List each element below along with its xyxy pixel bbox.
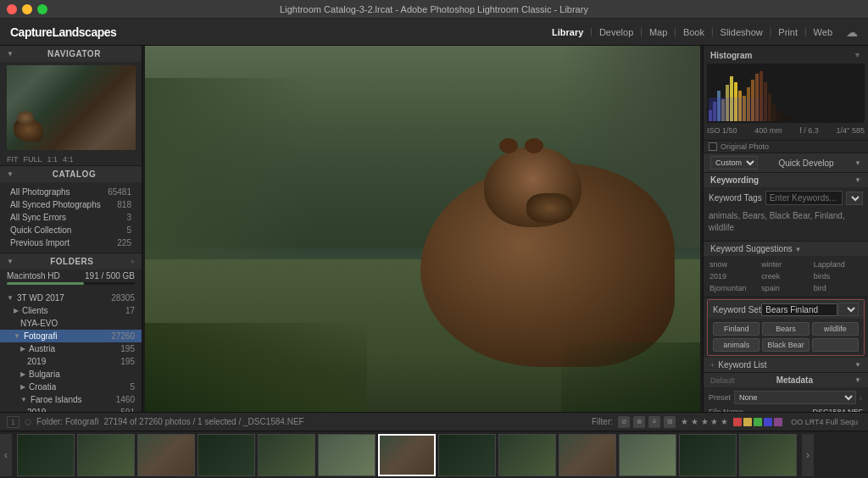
thumb-7-active[interactable] (378, 434, 436, 476)
thumb-9[interactable] (498, 434, 556, 476)
kw-suggestion-bjornuntan[interactable]: Bjornuntan (709, 283, 759, 293)
thumb-8[interactable] (438, 434, 496, 476)
catalog-synced[interactable]: All Synced Photographs 818 (0, 198, 142, 211)
kw-suggestion-birds[interactable]: birds (813, 271, 863, 281)
thumb-4[interactable] (198, 434, 255, 476)
kw-suggestion-creek[interactable]: creek (760, 271, 810, 281)
filmstrip-next[interactable]: › (802, 434, 814, 476)
folder-austria-2019[interactable]: 2019 195 (0, 355, 142, 368)
catalog-previous-import[interactable]: Previous Import 225 (0, 236, 142, 249)
folder-bulgaria[interactable]: ▶ Bulgaria (0, 368, 142, 381)
color-filter-green[interactable] (754, 418, 762, 426)
keyword-set-name[interactable] (761, 303, 837, 316)
thumb-11[interactable] (619, 434, 676, 476)
star-filter[interactable]: ★ ★ ★ ★ ★ (681, 417, 728, 426)
view-mode-arrows[interactable]: ⬡ (25, 418, 31, 426)
thumb-10[interactable] (559, 434, 616, 476)
kset-bears[interactable]: Bears (762, 322, 809, 336)
filmstrip-folder: Folder: Fotografi (36, 417, 98, 426)
nav-book[interactable]: Book (678, 25, 709, 39)
nav-develop[interactable]: Develop (594, 25, 638, 39)
keywording-arrow[interactable]: ▼ (854, 176, 861, 184)
thumb-2[interactable] (77, 434, 135, 476)
filmstrip-left: 1 ⬡ Folder: Fotografi 27194 of 27260 pho… (7, 416, 304, 428)
kw-suggestion-2019[interactable]: 2019 (709, 271, 759, 281)
keywording-header[interactable]: Keywording ▼ (704, 173, 868, 187)
thumb-6[interactable] (318, 434, 376, 476)
keyword-suggestions-header[interactable]: Keyword Suggestions ▼ (704, 242, 868, 256)
thumb-12[interactable] (679, 434, 737, 476)
histogram-display (707, 64, 865, 123)
quick-develop-preset[interactable]: Custom (710, 156, 758, 170)
thumb-13[interactable] (739, 434, 797, 476)
keyword-list-header[interactable]: + Keyword List ▼ (704, 358, 868, 372)
navigator-chevron: ▼ (7, 50, 14, 58)
minimize-button[interactable] (22, 4, 32, 14)
thumb-5[interactable] (258, 434, 315, 476)
folder-fotografi[interactable]: ▼ Fotografi 27260 (0, 330, 142, 342)
catalog-quick-collection[interactable]: Quick Collection 5 (0, 224, 142, 236)
nav-slideshow[interactable]: Slideshow (715, 25, 768, 39)
original-photo-checkbox[interactable] (709, 142, 717, 151)
thumb-3[interactable] (137, 434, 195, 476)
folder-faroe-2019[interactable]: 2019 591 (0, 406, 142, 412)
kw-suggestion-lappland[interactable]: Lappland (813, 259, 863, 270)
catalog-sync-errors[interactable]: All Sync Errors 3 (0, 211, 142, 224)
metadata-preset-select[interactable]: None (734, 391, 855, 404)
quick-develop-header[interactable]: Custom Quick Develop ▼ (704, 153, 868, 172)
keyword-set-select[interactable] (838, 303, 859, 316)
kw-suggestion-spain[interactable]: spain (760, 283, 810, 293)
kw-suggestion-snow[interactable]: snow (709, 259, 759, 270)
filter-icon-1[interactable]: ⊘ (618, 416, 630, 428)
folder-clients[interactable]: ▶ Clients 17 (0, 304, 142, 317)
folder-3twd2017[interactable]: ▼ 3T WD 2017 28305 (0, 292, 142, 304)
filter-icon-4[interactable]: ⊞ (664, 416, 676, 428)
kset-black-bear[interactable]: Black Bear (762, 338, 809, 352)
histogram-info: ISO 1/50 400 mm f / 6.3 1/4'' 585 (707, 125, 865, 136)
keyword-type-select[interactable] (846, 192, 863, 205)
thumb-1[interactable] (17, 434, 75, 476)
filmstrip-prev[interactable]: ‹ (0, 434, 12, 476)
nav-print[interactable]: Print (773, 25, 803, 39)
filmstrip-photo-count: 27194 of 27260 photos / 1 selected / _DS… (103, 417, 303, 426)
maximize-button[interactable] (37, 4, 47, 14)
keyword-tags-input[interactable] (765, 191, 843, 205)
folder-faroe[interactable]: ▼ Faroe Islands 1460 (0, 393, 142, 406)
filter-icon-2[interactable]: ⊗ (633, 416, 645, 428)
histogram-title: Histogram ▼ (707, 49, 865, 62)
catalog-section: ▼ Catalog All Photographs 65481 All Sync… (0, 166, 142, 253)
color-filter-blue[interactable] (764, 418, 772, 426)
keyword-suggestions-grid: snow winter Lappland 2019 creek birds Bj… (704, 256, 868, 297)
metadata-header[interactable]: Default Metadata ▼ (704, 373, 868, 387)
navigator-size-controls[interactable]: FIT FULL 1:1 4:1 (0, 153, 142, 165)
view-mode-1[interactable]: 1 (7, 416, 19, 428)
catalog-header[interactable]: ▼ Catalog (0, 166, 142, 182)
navigator-header[interactable]: ▼ Navigator (0, 46, 142, 62)
traffic-lights[interactable] (7, 4, 47, 14)
kset-empty[interactable] (812, 338, 859, 352)
folder-nya-evo[interactable]: NYA-EVO (0, 317, 142, 330)
nav-library[interactable]: Library (547, 25, 588, 39)
kset-animals[interactable]: animals (713, 338, 760, 352)
quick-develop-arrow[interactable]: ▼ (854, 159, 861, 167)
filter-icon-3[interactable]: ≡ (648, 416, 660, 428)
nav-map[interactable]: Map (644, 25, 672, 39)
cloud-icon[interactable]: ☁ (846, 25, 858, 39)
color-filter-red[interactable] (733, 418, 742, 426)
folder-croatia[interactable]: ▶ Croatia 5 (0, 381, 142, 393)
folders-header[interactable]: ▼ Folders + (0, 253, 142, 270)
kset-wildlife[interactable]: wildlife (812, 322, 859, 336)
catalog-all-photos[interactable]: All Photographs 65481 (0, 186, 142, 198)
color-filter-purple[interactable] (774, 418, 782, 426)
metadata-title: Metadata (776, 375, 813, 385)
nav-web[interactable]: Web (809, 25, 837, 39)
keyword-list-section: + Keyword List ▼ (704, 358, 868, 373)
close-button[interactable] (7, 4, 17, 14)
folder-austria[interactable]: ▶ Austria 195 (0, 342, 142, 355)
main-image-area[interactable] (142, 46, 703, 412)
kw-suggestion-winter[interactable]: winter (760, 259, 810, 270)
kw-suggestion-bird[interactable]: bird (813, 283, 863, 293)
kset-finland[interactable]: Finland (713, 322, 760, 336)
bear-photo (145, 46, 700, 412)
color-filter-yellow[interactable] (743, 418, 752, 426)
